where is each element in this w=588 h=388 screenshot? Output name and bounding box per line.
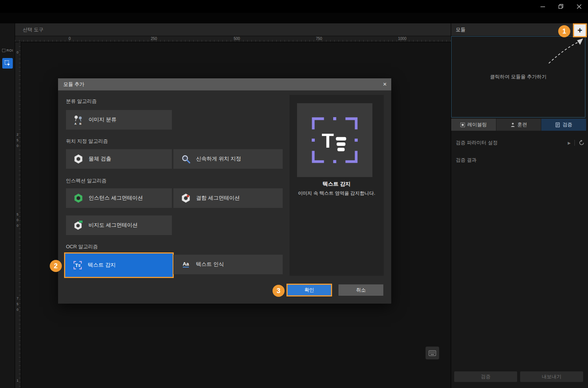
module-option-label: 텍스트 인식: [196, 261, 224, 268]
window-controls: [534, 0, 588, 13]
add-module-dialog: 모듈 추가 × 분류 알고리즘 A B 이미지 분류 위치 지정 알고리즘 물체…: [58, 78, 391, 304]
green-nut-icon: [73, 193, 84, 203]
validation-parameter-row: 검증 파라미터 설정 ▶: [451, 136, 588, 149]
text-recognition-icon: Aa: [180, 259, 191, 270]
ruler-number: 1: [16, 378, 19, 383]
module-option-label: 텍스트 감지: [88, 262, 116, 269]
text-detection-large-icon: T: [312, 117, 358, 163]
module-preview-pane: T 텍스트 감지 이미지 속 텍스트 영역을 감지합니다.: [289, 95, 384, 276]
group-label-ocr: OCR 알고리즘: [66, 243, 98, 250]
roi-dashed-box-icon: [2, 49, 6, 52]
ruler-number: 250: [16, 132, 19, 149]
app-window: 선택 도구 ROI 0 250 500 750 1000 0 250 500 7…: [0, 0, 588, 388]
cancel-button[interactable]: 취소: [338, 284, 383, 296]
horizontal-ruler: 0 250 500 750 1000: [15, 36, 451, 42]
add-module-dropzone[interactable]: 클릭하여 모듈을 추가하기: [451, 36, 585, 118]
history-icon[interactable]: [579, 140, 585, 146]
pins-ab-icon: A B: [73, 115, 84, 125]
dialog-close-icon[interactable]: ×: [383, 78, 387, 90]
add-module-button[interactable]: +: [573, 23, 587, 37]
training-icon: [510, 122, 515, 127]
ruler-number: 500: [16, 212, 19, 229]
module-panel-title: 모듈: [456, 26, 466, 33]
module-option-label: 결함 세그먼테이션: [196, 195, 240, 202]
module-option-instance-segmentation[interactable]: 인스턴스 세그먼테이션: [66, 188, 172, 208]
tab-label: 훈련: [518, 121, 527, 128]
tab-label: 검증: [562, 121, 572, 128]
close-icon[interactable]: [570, 0, 588, 13]
dialog-title: 모듈 추가: [63, 81, 84, 88]
ruler-number: 250: [151, 37, 157, 41]
toolbar: 선택 도구: [15, 23, 451, 36]
module-option-label: 인스턴스 세그먼테이션: [89, 195, 143, 202]
select-tool-icon: [4, 60, 11, 67]
ruler-number: 750: [316, 37, 322, 41]
expand-icon[interactable]: ▶: [568, 141, 571, 145]
preview-icon-box: T: [297, 103, 372, 177]
step-badge-1: 1: [558, 25, 570, 37]
divider: [574, 140, 575, 146]
step-badge-3: 3: [273, 285, 285, 297]
module-option-text-recognition[interactable]: Aa 텍스트 인식: [173, 255, 283, 274]
module-option-label: 신속하게 위치 지정: [196, 156, 241, 162]
restore-icon[interactable]: [552, 0, 570, 13]
keyboard-shortcuts-button[interactable]: [426, 347, 439, 359]
tab-training[interactable]: 훈련: [496, 119, 541, 131]
magnifier-icon: [180, 154, 191, 164]
svg-text:A: A: [75, 122, 77, 125]
module-option-label: 이미지 분류: [89, 116, 116, 123]
ruler-number: 750: [16, 296, 19, 313]
labeling-icon: [460, 122, 465, 127]
defect-nut-icon: [180, 193, 191, 203]
group-label-positioning: 위치 지정 알고리즘: [66, 138, 108, 145]
group-label-inspection: 인스펙션 알고리즘: [66, 177, 107, 184]
select-tool-button[interactable]: [2, 58, 13, 69]
module-option-label: 물체 검출: [89, 156, 111, 162]
module-option-defect-segmentation[interactable]: 결함 세그먼테이션: [173, 188, 283, 208]
validation-result-label: 검증 결과: [456, 157, 477, 163]
step-badge-2: 2: [50, 260, 62, 272]
svg-text:B: B: [80, 122, 82, 125]
ruler-number: 0: [16, 50, 19, 55]
tab-validation[interactable]: 검증: [541, 119, 586, 131]
dialog-titlebar: 모듈 추가 ×: [58, 78, 391, 90]
svg-text:T: T: [75, 263, 78, 268]
keyboard-icon: [429, 350, 436, 356]
preview-description: 이미지 속 텍스트 영역을 감지합니다.: [289, 190, 384, 197]
flag-nut-icon: [73, 220, 84, 231]
module-option-unsupervised-segmentation[interactable]: 비지도 세그먼테이션: [66, 215, 172, 235]
ruler-number: 500: [234, 37, 240, 41]
ruler-number: 0: [69, 37, 71, 41]
validation-parameter-label: 검증 파라미터 설정: [456, 139, 498, 146]
nut-icon: [73, 154, 84, 164]
panel-tabs: 레이블링 훈련 검증: [451, 119, 586, 131]
module-option-object-detection[interactable]: 물체 검출: [66, 149, 172, 169]
minimize-icon[interactable]: [534, 0, 552, 13]
selection-tool-label: 선택 도구: [23, 26, 44, 33]
preview-title: 텍스트 감지: [289, 181, 384, 188]
ok-button[interactable]: 확인: [286, 284, 332, 296]
vertical-ruler: 0 250 500 750 1: [15, 42, 21, 388]
module-option-fast-positioning[interactable]: 신속하게 위치 지정: [173, 149, 283, 169]
roi-label: ROI: [6, 49, 13, 52]
validate-button[interactable]: 검증: [454, 371, 517, 382]
validation-icon: [555, 122, 560, 127]
export-button[interactable]: 내보내기: [520, 371, 583, 382]
tab-label: 레이블링: [467, 121, 487, 128]
ruler-number: 1000: [398, 37, 406, 41]
tab-labeling[interactable]: 레이블링: [451, 119, 496, 131]
svg-text:T: T: [322, 130, 334, 152]
add-module-hint: 클릭하여 모듈을 추가하기: [490, 73, 547, 80]
left-tool-column: ROI: [0, 23, 15, 388]
roi-tool-button[interactable]: ROI: [1, 46, 14, 55]
module-panel: 모듈 + 클릭하여 모듈을 추가하기 레이블링 훈련: [451, 23, 588, 388]
titlebar: [0, 0, 588, 13]
text-detection-icon: T: [72, 260, 83, 270]
module-option-image-classification[interactable]: A B 이미지 분류: [66, 110, 172, 130]
group-label-classification: 분류 알고리즘: [66, 98, 97, 105]
module-option-label: 비지도 세그먼테이션: [89, 222, 138, 229]
module-option-text-detection[interactable]: T 텍스트 감지: [64, 252, 174, 278]
